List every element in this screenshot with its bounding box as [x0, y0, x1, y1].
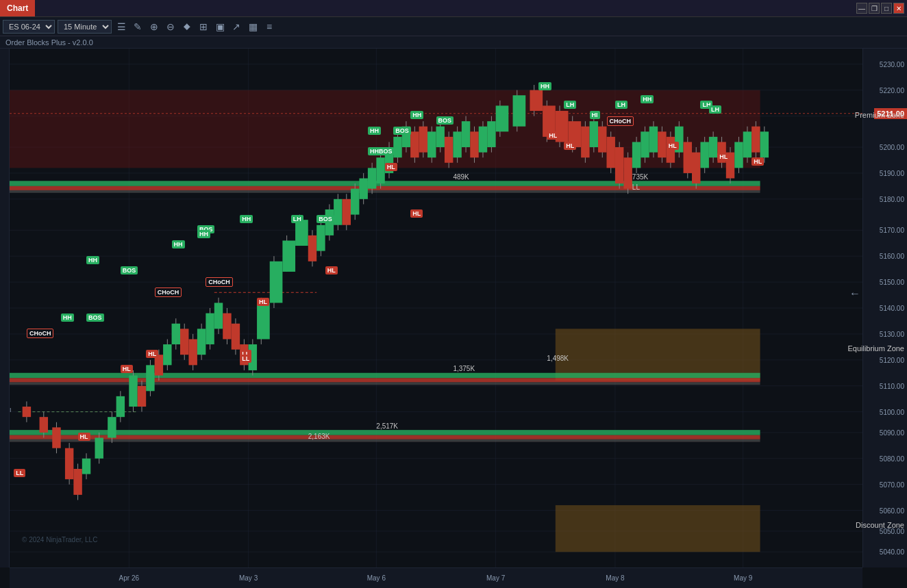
price-axis: ← 5230.00 5220.00 5211.00 5200.00 5190.0…	[862, 49, 907, 567]
zone-label-discount: Discount Zone	[856, 521, 904, 529]
price-5230: 5230.00	[880, 60, 904, 68]
price-5170: 5170.00	[880, 227, 904, 234]
minimize-button[interactable]: —	[856, 3, 867, 14]
copyright: © 2024 NinjaTrader, LLC	[22, 536, 97, 544]
price-5090: 5090.00	[880, 429, 904, 436]
price-5060: 5060.00	[880, 507, 904, 514]
time-may7: May 7	[486, 574, 505, 582]
price-5160: 5160.00	[880, 253, 904, 260]
zoom-out-icon[interactable]: ⊖	[164, 20, 177, 34]
time-apr26: Apr 26	[119, 574, 139, 582]
window-controls: — ❒ □ ✕	[856, 3, 907, 14]
price-5220: 5220.00	[880, 86, 904, 94]
title-bar: Chart — ❒ □ ✕	[0, 0, 907, 17]
time-may9: May 9	[734, 574, 752, 582]
toolbar: ES 06-24 15 Minute ☰ ✎ ⊕ ⊖ ⯁ ⊞ ▣ ↗ ▦ ≡	[0, 17, 907, 36]
price-5040: 5040.00	[880, 548, 904, 556]
rectangle-icon[interactable]: ▣	[213, 20, 227, 34]
chart-container: HH BOS CHoCH HH BOS HL HH HL HL CHoCH HH…	[0, 49, 907, 567]
zone-label-equilibrium: Equilibrium Zone	[847, 344, 904, 353]
price-5150: 5150.00	[880, 279, 904, 286]
time-may3: May 3	[239, 574, 258, 582]
price-5080: 5080.00	[880, 455, 904, 462]
time-may6: May 6	[367, 574, 386, 582]
close-button[interactable]: ✕	[893, 3, 904, 14]
list-icon[interactable]: ≡	[262, 20, 276, 34]
zone-label-premium: Premium Zone	[855, 111, 904, 119]
price-5110: 5110.00	[880, 382, 904, 389]
price-chart[interactable]: HH BOS CHoCH HH BOS HL HH HL HL CHoCH HH…	[10, 49, 862, 567]
price-5120: 5120.00	[880, 356, 904, 363]
text-icon[interactable]: ⊞	[197, 20, 210, 34]
maximize-button[interactable]: □	[881, 3, 892, 14]
app-title: Chart	[0, 0, 35, 16]
price-5200: 5200.00	[880, 144, 904, 151]
line-icon[interactable]: ↗	[229, 20, 243, 34]
camera-icon[interactable]: ▦	[246, 20, 260, 34]
price-5100: 5100.00	[880, 408, 904, 416]
price-5190: 5190.00	[880, 169, 904, 177]
pencil-icon[interactable]: ✎	[131, 20, 145, 34]
chart-left-nav	[0, 49, 10, 567]
bar-chart-icon[interactable]: ☰	[114, 20, 128, 34]
restore-button[interactable]: ❒	[869, 3, 880, 14]
zone-labels-container	[10, 49, 862, 567]
zoom-in-icon[interactable]: ⊕	[147, 20, 161, 34]
price-5180: 5180.00	[880, 195, 904, 203]
nav-arrow[interactable]: ←	[849, 287, 860, 300]
price-5140: 5140.00	[880, 305, 904, 312]
time-axis: Apr 26 May 3 May 6 May 7 May 8 May 9	[10, 567, 862, 588]
timeframe-select[interactable]: 15 Minute	[58, 20, 112, 34]
instrument-select[interactable]: ES 06-24	[3, 20, 55, 34]
pointer-icon[interactable]: ⯁	[180, 20, 194, 34]
price-5130: 5130.00	[880, 330, 904, 337]
indicator-label: Order Blocks Plus - v2.0.0	[5, 38, 93, 47]
time-may8: May 8	[606, 574, 624, 582]
price-5070: 5070.00	[880, 481, 904, 488]
